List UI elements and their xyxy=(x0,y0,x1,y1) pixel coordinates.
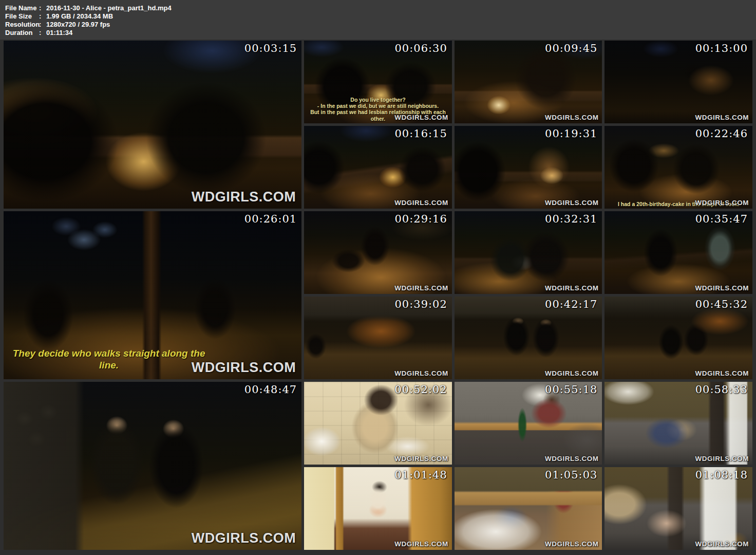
watermark-label: WDGIRLS.COM xyxy=(394,114,448,121)
timestamp-label: 00:22:46 xyxy=(695,127,748,140)
watermark-label: WDGIRLS.COM xyxy=(695,369,749,377)
file-name-label: File Name xyxy=(5,4,39,12)
timestamp-label: 01:05:03 xyxy=(545,469,597,481)
timestamp-label: 00:13:00 xyxy=(695,42,748,54)
watermark-label: WDGIRLS.COM xyxy=(695,540,749,548)
watermark-label: WDGIRLS.COM xyxy=(545,284,599,292)
file-info-header: File Name : 2016-11-30 - Alice - petra_p… xyxy=(0,0,756,40)
contact-sheet: { "header": { "fields": [ { "label": "Fi… xyxy=(0,0,756,555)
thumbnail-grid: 00:03:15WDGIRLS.COM00:06:30Do you live t… xyxy=(4,41,752,550)
timestamp-label: 01:08:18 xyxy=(695,469,748,481)
file-size-value: 1.99 GB / 2034.34 MB xyxy=(46,12,113,21)
timestamp-label: 00:42:17 xyxy=(545,298,597,310)
watermark-label: WDGIRLS.COM xyxy=(394,540,448,548)
video-thumbnail[interactable]: 01:08:18WDGIRLS.COM xyxy=(604,467,752,550)
timestamp-label: 01:01:48 xyxy=(394,469,447,481)
video-thumbnail[interactable]: 00:13:00WDGIRLS.COM xyxy=(604,41,752,123)
watermark-label: WDGIRLS.COM xyxy=(695,455,749,462)
watermark-label: WDGIRLS.COM xyxy=(192,530,296,546)
timestamp-label: 00:26:01 xyxy=(244,213,297,225)
timestamp-label: 00:39:02 xyxy=(394,298,447,310)
video-thumbnail[interactable]: 00:16:15WDGIRLS.COM xyxy=(304,126,452,209)
video-thumbnail[interactable]: 00:03:15WDGIRLS.COM xyxy=(4,41,301,209)
timestamp-label: 00:03:15 xyxy=(244,42,297,54)
watermark-label: WDGIRLS.COM xyxy=(192,189,296,205)
watermark-label: WDGIRLS.COM xyxy=(545,455,599,462)
timestamp-label: 00:32:31 xyxy=(545,213,597,225)
video-thumbnail[interactable]: 00:58:33WDGIRLS.COM xyxy=(604,382,752,465)
timestamp-label: 00:55:18 xyxy=(545,383,597,396)
video-thumbnail[interactable]: 00:45:32WDGIRLS.COM xyxy=(604,297,752,379)
timestamp-label: 00:06:30 xyxy=(394,42,447,54)
video-thumbnail[interactable]: 01:05:03WDGIRLS.COM xyxy=(455,467,602,550)
watermark-label: WDGIRLS.COM xyxy=(394,455,448,462)
file-size-label: File Size xyxy=(5,12,39,21)
timestamp-label: 00:48:47 xyxy=(244,383,297,396)
duration-row: Duration : 01:11:34 xyxy=(5,29,756,37)
video-thumbnail[interactable]: 01:01:48WDGIRLS.COM xyxy=(304,467,452,550)
watermark-label: WDGIRLS.COM xyxy=(695,114,749,121)
watermark-label: WDGIRLS.COM xyxy=(394,369,448,377)
watermark-label: WDGIRLS.COM xyxy=(545,114,599,121)
video-thumbnail[interactable]: 00:29:16WDGIRLS.COM xyxy=(304,211,452,294)
watermark-label: WDGIRLS.COM xyxy=(695,284,749,292)
file-size-row: File Size : 1.99 GB / 2034.34 MB xyxy=(5,12,756,21)
video-thumbnail[interactable]: 00:06:30Do you live together?- In the pa… xyxy=(304,41,452,123)
timestamp-label: 00:29:16 xyxy=(394,213,447,225)
timestamp-label: 00:52:02 xyxy=(394,383,447,396)
timestamp-label: 00:35:47 xyxy=(695,213,748,225)
video-thumbnail[interactable]: 00:48:47WDGIRLS.COM xyxy=(4,382,301,550)
watermark-label: WDGIRLS.COM xyxy=(394,199,448,207)
watermark-label: WDGIRLS.COM xyxy=(545,540,599,548)
timestamp-label: 00:45:32 xyxy=(695,298,748,310)
timestamp-label: 00:19:31 xyxy=(545,127,597,140)
video-thumbnail[interactable]: 00:32:31WDGIRLS.COM xyxy=(455,211,602,294)
watermark-label: WDGIRLS.COM xyxy=(545,199,599,207)
timestamp-label: 00:16:15 xyxy=(394,127,447,140)
duration-value: 01:11:34 xyxy=(46,29,72,37)
watermark-label: WDGIRLS.COM xyxy=(394,284,448,292)
video-thumbnail[interactable]: 00:09:45WDGIRLS.COM xyxy=(455,41,602,123)
file-name-value: 2016-11-30 - Alice - petra_part1_hd.mp4 xyxy=(46,4,172,12)
video-thumbnail[interactable]: 00:55:18WDGIRLS.COM xyxy=(455,382,602,465)
watermark-label: WDGIRLS.COM xyxy=(192,360,296,376)
resolution-value: 1280x720 / 29.97 fps xyxy=(46,21,110,29)
resolution-row: Resolution : 1280x720 / 29.97 fps xyxy=(5,21,756,29)
resolution-label: Resolution xyxy=(5,21,39,29)
video-thumbnail[interactable]: 00:52:02WDGIRLS.COM xyxy=(304,382,452,465)
duration-label: Duration xyxy=(5,29,39,37)
video-thumbnail[interactable]: 00:42:17WDGIRLS.COM xyxy=(455,297,602,379)
video-thumbnail[interactable]: 00:22:46I had a 20th-birthday-cake in th… xyxy=(604,126,752,209)
video-thumbnail[interactable]: 00:19:31WDGIRLS.COM xyxy=(455,126,602,209)
video-thumbnail[interactable]: 00:39:02WDGIRLS.COM xyxy=(304,297,452,379)
file-name-row: File Name : 2016-11-30 - Alice - petra_p… xyxy=(5,4,756,12)
watermark-label: WDGIRLS.COM xyxy=(695,199,749,207)
video-thumbnail[interactable]: 00:26:01They decide who walks straight a… xyxy=(4,211,301,379)
timestamp-label: 00:09:45 xyxy=(545,42,597,54)
watermark-label: WDGIRLS.COM xyxy=(545,369,599,377)
timestamp-label: 00:58:33 xyxy=(695,383,748,396)
video-thumbnail[interactable]: 00:35:47WDGIRLS.COM xyxy=(604,211,752,294)
